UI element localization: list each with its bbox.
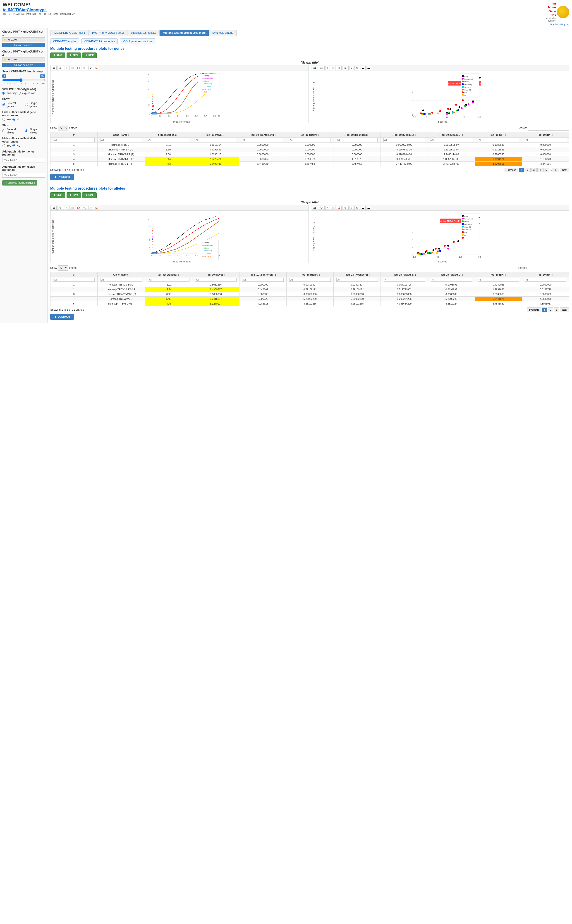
bar-btn-r1[interactable]: ▬: [361, 66, 365, 70]
filter-holm-g[interactable]: [289, 138, 331, 142]
col-sidaksd-g[interactable]: - log_10 (SidakSD) ↕: [427, 132, 475, 137]
filter-bh-g[interactable]: [477, 138, 519, 142]
a-box-btn-r[interactable]: ⬜: [330, 206, 336, 210]
a-bar-btn-r1[interactable]: ▬: [361, 206, 365, 210]
camera-btn-r[interactable]: 📷: [312, 66, 317, 70]
show-several-genes-radio[interactable]: [2, 103, 5, 106]
filter-sidakss-a[interactable]: [384, 278, 425, 282]
col-num-a[interactable]: #: [50, 272, 98, 277]
col-holm-g[interactable]: log_10 (Holm) ↕: [286, 132, 333, 137]
col-bh-a[interactable]: log_10 (BH) ↕: [475, 272, 522, 277]
a-camera-btn-l[interactable]: 📷: [51, 206, 57, 210]
a-camera-btn-r[interactable]: 📷: [312, 206, 317, 210]
tab-synthesis[interactable]: Synthesis graphs: [209, 29, 236, 36]
add-btn-r[interactable]: +: [325, 66, 330, 70]
alleles-download-btn[interactable]: ⬇ Download: [50, 314, 74, 320]
alleles-png-btn[interactable]: ⬇ PNG: [50, 192, 65, 198]
home-btn-r[interactable]: 🏠: [354, 66, 360, 70]
camera-btn-l[interactable]: 📷: [51, 66, 57, 70]
alleles-prev-btn[interactable]: Previous: [527, 307, 541, 312]
filter-z-g[interactable]: [148, 138, 189, 142]
a-box-btn-l[interactable]: ⬜: [70, 206, 75, 210]
set2-file-btn[interactable]: 📁 MID2.txt: [2, 57, 45, 62]
genes-entries-select[interactable]: 5102550: [58, 126, 68, 131]
filter-rawp-a[interactable]: [195, 278, 236, 282]
alleles-next-btn[interactable]: Next: [560, 307, 569, 312]
filter-hoch-a[interactable]: [336, 278, 378, 282]
tab-set2[interactable]: IMGT/HighV-QUEST set 2: [89, 29, 127, 36]
filter-sidaksd-g[interactable]: [431, 138, 472, 142]
show-single-allele-radio[interactable]: [25, 129, 28, 132]
genes-page-3[interactable]: 3: [531, 167, 537, 172]
show-several-alleles-radio[interactable]: [2, 129, 5, 132]
a-bar-btn-r2[interactable]: ▬: [366, 206, 371, 210]
col-hoch-a[interactable]: - log_10 (Hochberg) ↕: [334, 272, 381, 277]
set1-file-btn[interactable]: 📁 MID1.txt: [2, 37, 45, 42]
col-by-a[interactable]: log_10 (BY) ↕: [522, 272, 569, 277]
col-bonf-a[interactable]: - log_10 (Bonferroni) ↕: [239, 272, 286, 277]
alleles-entries-select[interactable]: 5102550: [58, 265, 68, 271]
a-reset-btn-l[interactable]: ↺: [89, 206, 93, 210]
bar-btn-r2[interactable]: ▬: [366, 66, 371, 70]
box-btn-l[interactable]: ⬜: [70, 66, 75, 70]
genes-pdf-btn[interactable]: ⬇ PDF: [82, 53, 96, 58]
genes-download-btn[interactable]: ⬇ Download: [50, 174, 74, 180]
genes-png-btn[interactable]: ⬇ PNG: [50, 53, 65, 58]
a-home-btn-l[interactable]: 🏠: [94, 206, 99, 210]
tab-statistical[interactable]: Statistical test results: [127, 29, 160, 36]
a-zoom-in-btn-r[interactable]: 🔍+: [318, 206, 325, 210]
graph-title-alleles-input[interactable]: [2, 173, 45, 178]
add-btn-l[interactable]: +: [65, 66, 69, 70]
show-single-gene-radio[interactable]: [25, 103, 28, 106]
filter-hoch-g[interactable]: [336, 138, 378, 142]
a-reset-btn-r[interactable]: ↺: [349, 206, 354, 210]
genes-page-4[interactable]: 4: [537, 167, 543, 172]
zoom-out-btn-l[interactable]: 🔍-: [82, 66, 88, 70]
genes-search-input[interactable]: [528, 126, 569, 130]
col-rawp-a[interactable]: log_10 (rawp) ↕: [193, 272, 239, 277]
filter-bh-a[interactable]: [478, 278, 519, 282]
col-gene[interactable]: Gene_Name ↕: [98, 132, 145, 137]
a-add-btn-r[interactable]: +: [325, 206, 330, 210]
a-add-btn-l[interactable]: +: [65, 206, 69, 210]
col-z-a[interactable]: z (Test statistic) ↕: [145, 272, 192, 277]
alleles-jpg-btn[interactable]: ⬇ JPG: [67, 192, 81, 198]
filter-num-g[interactable]: [53, 138, 95, 142]
set1-upload-btn[interactable]: Upload complete: [2, 43, 45, 47]
filter-allele[interactable]: [100, 278, 142, 282]
box-btn-r[interactable]: ⬜: [330, 66, 336, 70]
col-bonf-g[interactable]: - log_10 (Bonferroni) ↕: [239, 132, 286, 137]
reset-btn-r[interactable]: ↺: [349, 66, 354, 70]
set2-upload-btn[interactable]: Upload complete: [2, 63, 45, 67]
zoom-out-btn-r[interactable]: 🔍-: [342, 66, 348, 70]
website-link[interactable]: http://www.imgt.org: [546, 23, 569, 26]
reset-btn-l[interactable]: ↺: [89, 66, 93, 70]
filter-z-a[interactable]: [148, 278, 190, 282]
subtab-aa-props[interactable]: CDR-IMGT AA properties: [81, 39, 118, 44]
lasso-btn-l[interactable]: ⭕: [76, 66, 81, 70]
lasso-btn-r[interactable]: ⭕: [336, 66, 342, 70]
tab-set1[interactable]: IMGT/HighV-QUEST set 1: [50, 29, 89, 36]
app-title[interactable]: to IMGT/StatClonotype: [3, 8, 75, 12]
filter-num-a[interactable]: [53, 278, 95, 282]
filter-bonf-a[interactable]: [242, 278, 284, 282]
a-lasso-btn-l[interactable]: ⭕: [76, 206, 81, 210]
col-sidaksd-a[interactable]: - log_10 (SidakSD) ↕: [428, 272, 475, 277]
genes-page-5[interactable]: 5: [544, 167, 549, 172]
hide-null-no-radio[interactable]: [12, 118, 16, 121]
clonotype-diversity-radio[interactable]: [2, 91, 5, 95]
col-bh-g[interactable]: log_10 (BH) ↕: [475, 132, 522, 137]
hide-null2-no-radio[interactable]: [12, 144, 16, 147]
graph-title-genes-input[interactable]: [2, 158, 45, 163]
a-zoom-out-btn-r[interactable]: 🔍-: [342, 206, 348, 210]
tab-mtp[interactable]: Multiple testing procedures plots: [159, 29, 209, 36]
hide-null2-yes-radio[interactable]: [2, 144, 5, 147]
filter-gene[interactable]: [101, 138, 142, 142]
a-home-btn-r[interactable]: 🏠: [354, 206, 360, 210]
hide-null-yes-radio[interactable]: [2, 118, 5, 121]
alleles-page-1[interactable]: 1: [542, 307, 547, 312]
col-hoch-g[interactable]: - log_10 (Hochberg) ↕: [333, 132, 381, 137]
alleles-page-2[interactable]: 2: [548, 307, 553, 312]
a-lasso-btn-r[interactable]: ⭕: [336, 206, 342, 210]
subtab-cdr-lengths[interactable]: CDR-IMGT lengths: [50, 39, 79, 44]
